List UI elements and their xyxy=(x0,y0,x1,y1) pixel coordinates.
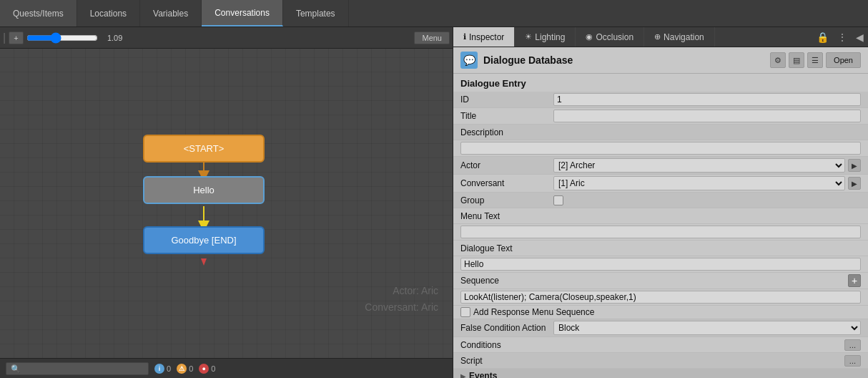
lock-button[interactable]: 🔒 xyxy=(812,32,833,43)
actor-nav-btn[interactable]: ▶ xyxy=(848,159,861,172)
conversant-row: Conversant [1] Aric ▶ xyxy=(453,175,868,193)
conditions-ellipsis-btn[interactable]: ... xyxy=(844,339,861,351)
tab-conversations[interactable]: Conversations xyxy=(202,0,283,26)
title-input[interactable] xyxy=(553,110,861,122)
sequence-value-row xyxy=(453,289,868,306)
description-full-row xyxy=(453,140,868,157)
more-options-button[interactable]: ⋮ xyxy=(833,32,852,43)
node-canvas[interactable]: <START> Hello Goodbye [END] Actor: Aric … xyxy=(0,49,453,358)
node-hello[interactable]: Hello xyxy=(143,176,265,204)
tab-quests-items[interactable]: Quests/Items xyxy=(0,0,77,26)
sequence-add-btn[interactable]: + xyxy=(848,274,861,287)
title-row: Title xyxy=(453,108,868,125)
script-ellipsis-btn[interactable]: ... xyxy=(844,355,861,367)
inspector-tabs: ℹ Inspector ☀ Lighting ◉ Occlusion ⊕ Nav… xyxy=(453,27,868,47)
editor-toolbar: | + 1.09 Menu xyxy=(0,27,453,49)
events-label: Events xyxy=(469,371,497,378)
main-area: | + 1.09 Menu xyxy=(0,27,868,378)
node-goodbye[interactable]: Goodbye [END] xyxy=(143,226,265,254)
id-input[interactable] xyxy=(553,93,861,106)
tab-templates[interactable]: Templates xyxy=(283,0,349,26)
tab-occlusion[interactable]: ◉ Occlusion xyxy=(576,27,644,47)
warn-status: ⚠ 0 xyxy=(177,364,193,374)
id-label: ID xyxy=(460,94,553,105)
actor-select[interactable]: [2] Archer xyxy=(553,158,845,173)
conversant-label: Conversant xyxy=(460,178,553,188)
dialogue-text-label: Dialogue Text xyxy=(460,243,553,253)
lighting-tab-icon: ☀ xyxy=(525,32,532,42)
zoom-value: 1.09 xyxy=(101,34,129,42)
id-row: ID xyxy=(453,92,868,108)
dialogue-text-row: Dialogue Text xyxy=(453,241,868,256)
occlusion-tab-icon: ◉ xyxy=(586,32,593,42)
false-condition-select[interactable]: Block xyxy=(553,321,861,335)
node-editor: | + 1.09 Menu xyxy=(0,27,453,378)
conditions-label: Conditions xyxy=(460,340,553,350)
info-status: i 0 xyxy=(154,364,171,374)
conversant-select-container: [1] Aric ▶ xyxy=(553,176,861,190)
inspector-panel: ℹ Inspector ☀ Lighting ◉ Occlusion ⊕ Nav… xyxy=(453,27,868,378)
add-response-checkbox[interactable] xyxy=(460,307,470,317)
top-tab-bar: Quests/Items Locations Variables Convers… xyxy=(0,0,868,27)
description-label: Description xyxy=(460,127,553,137)
group-checkbox[interactable] xyxy=(553,195,563,205)
tab-locations[interactable]: Locations xyxy=(77,0,140,26)
false-condition-label: False Condition Action xyxy=(460,323,553,333)
conversant-nav-btn[interactable]: ▶ xyxy=(848,177,861,190)
events-header[interactable]: ▶ Events xyxy=(453,369,868,378)
zoom-slider[interactable] xyxy=(26,32,98,44)
error-status: ● 0 xyxy=(199,364,215,374)
dialogue-text-input[interactable] xyxy=(460,258,861,271)
tab-inspector[interactable]: ℹ Inspector xyxy=(453,27,515,47)
description-row: Description xyxy=(453,125,868,140)
add-node-button[interactable]: + xyxy=(9,32,23,44)
tab-variables[interactable]: Variables xyxy=(140,0,202,26)
menu-text-row: Menu Text xyxy=(453,208,868,224)
actor-label: Actor xyxy=(460,160,553,170)
events-arrow-icon: ▶ xyxy=(460,372,466,379)
sequence-row: Sequence + xyxy=(453,273,868,289)
separator-icon: | xyxy=(3,32,6,44)
collapse-button[interactable]: ◀ xyxy=(852,32,868,43)
status-bar: i 0 ⚠ 0 ● 0 xyxy=(0,358,453,378)
navigation-tab-icon: ⊕ xyxy=(654,32,661,42)
actor-select-container: [2] Archer ▶ xyxy=(553,158,861,173)
menu-text-input[interactable] xyxy=(460,226,861,238)
menu-button[interactable]: Menu xyxy=(414,32,450,44)
group-label: Group xyxy=(460,195,553,205)
db-icon: 💬 xyxy=(460,52,478,69)
tab-lighting[interactable]: ☀ Lighting xyxy=(515,27,576,47)
settings-icon-btn[interactable]: ⚙ xyxy=(770,52,786,68)
false-condition-row: False Condition Action Block xyxy=(453,319,868,337)
add-response-label: Add Response Menu Sequence xyxy=(473,307,594,317)
conditions-row: Conditions ... xyxy=(453,337,868,353)
db-title: Dialogue Database xyxy=(483,54,764,66)
actor-row: Actor [2] Archer ▶ xyxy=(453,157,868,175)
menu-text-label: Menu Text xyxy=(460,211,553,221)
inspector-header: 💬 Dialogue Database ⚙ ▤ ☰ Open xyxy=(453,47,868,74)
sequence-input[interactable] xyxy=(460,291,861,304)
inspector-tab-icon: ℹ xyxy=(463,32,466,42)
tab-navigation[interactable]: ⊕ Navigation xyxy=(644,27,715,47)
info-icon: i xyxy=(154,364,164,374)
script-row: Script ... xyxy=(453,353,868,369)
script-label: Script xyxy=(460,356,553,366)
conversant-select[interactable]: [1] Aric xyxy=(553,176,845,190)
dialogue-text-full-row xyxy=(453,256,868,273)
menu-text-full-row xyxy=(453,224,868,241)
filter-icon-btn[interactable]: ☰ xyxy=(807,52,823,68)
add-response-row: Add Response Menu Sequence xyxy=(453,306,868,319)
warn-icon: ⚠ xyxy=(177,364,187,374)
watermark: Actor: Aric Conversant: Aric xyxy=(365,283,438,315)
group-row: Group xyxy=(453,193,868,208)
error-icon: ● xyxy=(199,364,209,374)
layout-icon-btn[interactable]: ▤ xyxy=(789,52,804,68)
sequence-label: Sequence xyxy=(460,276,553,286)
node-start[interactable]: <START> xyxy=(143,135,265,163)
title-label: Title xyxy=(460,111,553,121)
section-title: Dialogue Entry xyxy=(453,74,868,92)
description-input[interactable] xyxy=(460,142,861,155)
inspector-header-actions: ⚙ ▤ ☰ Open xyxy=(770,52,861,68)
search-input[interactable] xyxy=(6,362,149,375)
open-button[interactable]: Open xyxy=(826,52,861,68)
